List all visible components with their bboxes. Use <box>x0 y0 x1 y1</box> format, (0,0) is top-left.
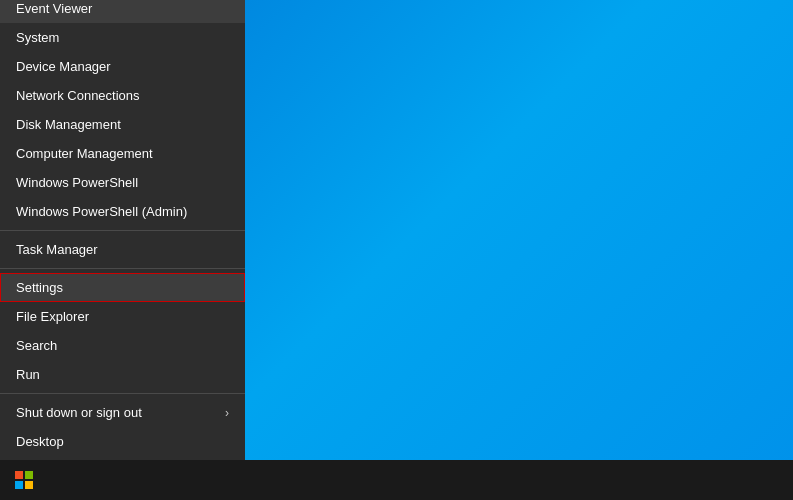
menu-item-desktop[interactable]: Desktop <box>0 427 245 456</box>
menu-item-label-system: System <box>16 30 59 45</box>
menu-item-event-viewer[interactable]: Event Viewer <box>0 0 245 23</box>
menu-item-shut-down-or-sign-out[interactable]: Shut down or sign out› <box>0 398 245 427</box>
menu-item-task-manager[interactable]: Task Manager <box>0 235 245 264</box>
menu-item-settings[interactable]: Settings <box>0 273 245 302</box>
menu-item-disk-management[interactable]: Disk Management <box>0 110 245 139</box>
start-button[interactable] <box>0 460 48 500</box>
menu-item-label-network-connections: Network Connections <box>16 88 140 103</box>
desktop: Apps and FeaturesPower OptionsEvent View… <box>0 0 793 500</box>
menu-item-label-task-manager: Task Manager <box>16 242 98 257</box>
menu-item-label-run: Run <box>16 367 40 382</box>
menu-item-label-search: Search <box>16 338 57 353</box>
menu-item-label-device-manager: Device Manager <box>16 59 111 74</box>
menu-item-system[interactable]: System <box>0 23 245 52</box>
menu-item-label-settings: Settings <box>16 280 63 295</box>
menu-item-label-windows-powershell: Windows PowerShell <box>16 175 138 190</box>
menu-item-device-manager[interactable]: Device Manager <box>0 52 245 81</box>
menu-item-file-explorer[interactable]: File Explorer <box>0 302 245 331</box>
menu-item-windows-powershell[interactable]: Windows PowerShell <box>0 168 245 197</box>
menu-item-label-windows-powershell-admin: Windows PowerShell (Admin) <box>16 204 187 219</box>
menu-divider <box>0 230 245 231</box>
menu-item-computer-management[interactable]: Computer Management <box>0 139 245 168</box>
taskbar <box>0 460 793 500</box>
menu-item-label-disk-management: Disk Management <box>16 117 121 132</box>
menu-item-label-event-viewer: Event Viewer <box>16 1 92 16</box>
menu-item-search[interactable]: Search <box>0 331 245 360</box>
menu-item-label-computer-management: Computer Management <box>16 146 153 161</box>
menu-item-label-shut-down-or-sign-out: Shut down or sign out <box>16 405 142 420</box>
menu-item-windows-powershell-admin[interactable]: Windows PowerShell (Admin) <box>0 197 245 226</box>
menu-item-label-desktop: Desktop <box>16 434 64 449</box>
menu-divider <box>0 393 245 394</box>
windows-logo-icon <box>15 471 33 489</box>
menu-item-run[interactable]: Run <box>0 360 245 389</box>
context-menu: Apps and FeaturesPower OptionsEvent View… <box>0 0 245 460</box>
menu-divider <box>0 268 245 269</box>
menu-item-network-connections[interactable]: Network Connections <box>0 81 245 110</box>
submenu-arrow-icon: › <box>225 406 229 420</box>
menu-item-label-file-explorer: File Explorer <box>16 309 89 324</box>
